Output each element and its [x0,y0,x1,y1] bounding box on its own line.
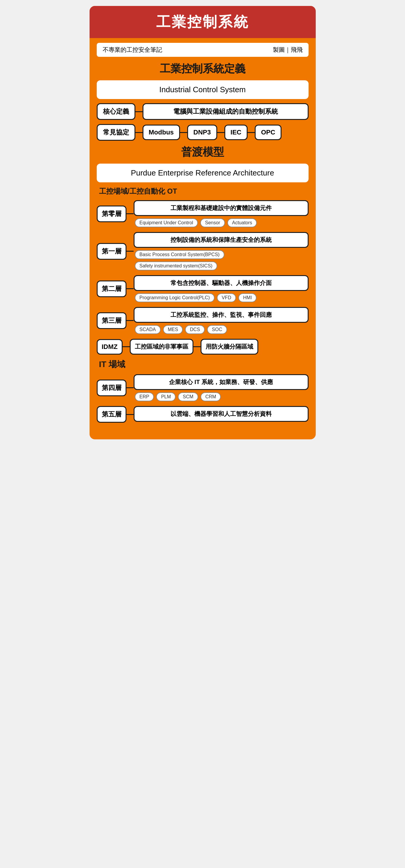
layer-3-block: 第三層 工控系統監控、操作、監視、事件回應 SCADA MES DCS SOC [97,307,309,334]
layer-4-content: 企業核心 IT 系統，如業務、研發、供應 ERP PLM SCM CRM [134,374,309,401]
tag-plm: PLM [156,392,176,401]
layer-5-text: 以雲端、機器學習和人工智慧分析資料 [134,406,309,422]
idmz-middle: 工控區域的非軍事區 [130,339,194,354]
tag-actuators: Actuators [227,218,257,227]
connector [126,414,134,415]
layer-1-text: 控制設備的系統和保障生產安全的系統 [134,232,309,248]
layer-0-block: 第零層 工業製程和基礎建設中的實體設備元件 Equipment Under Co… [97,200,309,227]
layer-1-row: 第一層 控制設備的系統和保障生產安全的系統 Basic Process Cont… [97,232,309,270]
ics-full-name: Industrial Control System [97,80,309,99]
layer-1-label: 第一層 [97,243,126,260]
layer-3-text: 工控系統監控、操作、監視、事件回應 [134,307,309,323]
layer-2-content: 常包含控制器、驅動器、人機操作介面 Programming Logic Cont… [134,275,309,302]
idmz-right: 用防火牆分隔區域 [201,339,258,354]
connector [126,387,134,388]
tag-vfd: VFD [217,293,236,302]
layer-1-content: 控制設備的系統和保障生產安全的系統 Basic Process Control … [134,232,309,270]
layer-4-text: 企業核心 IT 系統，如業務、研發、供應 [134,374,309,390]
layer-2-label: 第二層 [97,280,126,297]
layer-0-tags: Equipment Under Control Sensor Actuators [134,218,309,227]
protocol-iec: IEC [224,125,248,140]
layer-4-block: 第四層 企業核心 IT 系統，如業務、研發、供應 ERP PLM SCM CRM [97,374,309,401]
core-content: 電腦與工業設備組成的自動控制系統 [143,103,309,120]
tag-plc: Programming Logic Control(PLC) [135,293,215,302]
connector [123,346,130,347]
layer-2-tags: Programming Logic Control(PLC) VFD HMI [134,293,309,302]
layer-0-label: 第零層 [97,206,126,222]
connector [126,213,134,214]
layer-5-label: 第五層 [97,406,126,423]
layer-3-label: 第三層 [97,312,126,329]
tag-hmi: HMI [238,293,257,302]
idmz-row: IDMZ 工控區域的非軍事區 用防火牆分隔區域 [97,339,309,354]
section2-title: 普渡模型 [90,145,316,159]
layer-2-block: 第二層 常包含控制器、驅動器、人機操作介面 Programming Logic … [97,275,309,302]
page-title: 工業控制系統 [90,6,316,38]
ot-subtitle: 工控場域/工控自動化 OT [99,187,309,196]
layer-5-block: 第五層 以雲端、機器學習和人工智慧分析資料 [97,406,309,423]
it-section-title: IT 場域 [99,359,309,370]
protocol-dnp3: DNP3 [187,125,217,140]
layer-2-row: 第二層 常包含控制器、驅動器、人機操作介面 Programming Logic … [97,275,309,302]
connector [194,346,201,347]
tag-erp: ERP [135,392,154,401]
connector [136,111,143,112]
purdue-section: 工控場域/工控自動化 OT 第零層 工業製程和基礎建設中的實體設備元件 Equi… [97,187,309,423]
connector [126,251,134,252]
tag-scm: SCM [178,392,198,401]
layer-5-content: 以雲端、機器學習和人工智慧分析資料 [134,406,309,422]
layer-3-tags: SCADA MES DCS SOC [134,325,309,334]
layer-3-row: 第三層 工控系統監控、操作、監視、事件回應 SCADA MES DCS SOC [97,307,309,334]
core-label: 核心定義 [97,103,136,120]
tag-crm: CRM [201,392,221,401]
section1-title: 工業控制系統定義 [90,62,316,76]
page-container: 工業控制系統 不專業的工控安全筆記 製圖｜飛飛 工業控制系統定義 Industr… [90,6,316,439]
protocol-opc: OPC [255,125,282,140]
tag-dcs: DCS [185,325,205,334]
protocols-row: 常見協定 Modbus DNP3 IEC OPC [97,124,309,141]
layer-0-text: 工業製程和基礎建設中的實體設備元件 [134,200,309,216]
layer-0-content: 工業製程和基礎建設中的實體設備元件 Equipment Under Contro… [134,200,309,227]
layer-1-block: 第一層 控制設備的系統和保障生產安全的系統 Basic Process Cont… [97,232,309,270]
subtitle-right: 製圖｜飛飛 [273,46,302,54]
tag-sensor: Sensor [200,218,225,227]
tag-euc: Equipment Under Control [135,218,198,227]
layer-4-row: 第四層 企業核心 IT 系統，如業務、研發、供應 ERP PLM SCM CRM [97,374,309,401]
core-definition-row: 核心定義 電腦與工業設備組成的自動控制系統 [97,103,309,120]
layer-5-row: 第五層 以雲端、機器學習和人工智慧分析資料 [97,406,309,423]
protocol-label: 常見協定 [97,124,136,141]
tag-sics: Safety instrumented system(SICS) [135,261,217,270]
connector [248,132,255,133]
tag-mes: MES [163,325,183,334]
connector [180,132,187,133]
layer-4-label: 第四層 [97,379,126,396]
tag-scada: SCADA [135,325,161,334]
connector [217,132,224,133]
layer-4-tags: ERP PLM SCM CRM [134,392,309,401]
connector [136,132,143,133]
layer-1-tags: Basic Process Control System(BPCS) Safet… [134,250,309,270]
tag-bpcs: Basic Process Control System(BPCS) [135,250,224,259]
layer-0-row: 第零層 工業製程和基礎建設中的實體設備元件 Equipment Under Co… [97,200,309,227]
idmz-label: IDMZ [97,339,123,354]
layer-2-text: 常包含控制器、驅動器、人機操作介面 [134,275,309,291]
subtitle-left: 不專業的工控安全筆記 [103,46,162,54]
layer-3-content: 工控系統監控、操作、監視、事件回應 SCADA MES DCS SOC [134,307,309,334]
subtitle-bar: 不專業的工控安全筆記 製圖｜飛飛 [97,43,309,57]
connector [126,320,134,321]
connector [126,288,134,289]
protocol-modbus: Modbus [143,125,180,140]
tag-soc: SOC [207,325,227,334]
purdue-full-name: Purdue Enterprise Reference Architecture [97,164,309,182]
